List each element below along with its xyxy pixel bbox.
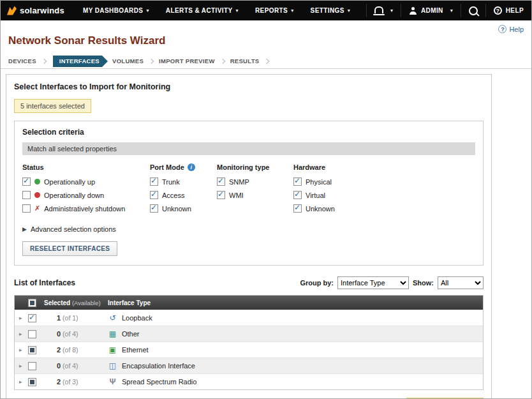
checkbox-virtual[interactable]: Virtual xyxy=(293,191,475,199)
show-select[interactable]: All xyxy=(438,276,484,289)
reselect-interfaces-button[interactable]: RESELECT INTERFACES xyxy=(22,241,117,256)
checkbox-physical[interactable]: Physical xyxy=(293,177,475,186)
step-results[interactable]: RESULTS xyxy=(230,57,260,64)
table-row-spread-spectrum-radio[interactable]: ▸ 2 (of 3) Ψ Spread Spectrum Radio xyxy=(15,373,483,389)
criteria-group-status: Status Operationally up Operationally do… xyxy=(22,163,150,218)
group-by-label: Group by: xyxy=(300,279,334,287)
nav-alerts-activity[interactable]: ALERTS & ACTIVITY ▾ xyxy=(158,1,247,20)
checkbox-operationally-up[interactable]: Operationally up xyxy=(22,177,150,186)
table-row-loopback[interactable]: ▸ 1 (of 1) ↺ Loopback xyxy=(15,310,483,326)
advanced-selection-options-toggle[interactable]: ▶ Advanced selection options xyxy=(22,225,475,233)
option-label: Physical xyxy=(306,178,332,186)
checkbox[interactable] xyxy=(217,191,225,199)
expand-arrow-icon[interactable]: ▸ xyxy=(19,331,24,337)
checkbox-operationally-down[interactable]: Operationally down xyxy=(22,191,150,199)
checkbox[interactable] xyxy=(22,177,31,186)
checkbox-unknown-hardware[interactable]: Unknown xyxy=(293,204,475,213)
row-type-cell: Ψ Spread Spectrum Radio xyxy=(105,377,483,386)
available-column-label: (Available) xyxy=(72,299,101,306)
help-question-icon: ? xyxy=(498,25,506,33)
table-header-row: ▸ Selected (Available) Interface Type xyxy=(15,296,483,310)
step-chevron-icon xyxy=(41,58,47,63)
user-icon xyxy=(409,7,417,15)
row-select-cell: ▸ xyxy=(15,362,44,370)
row-type-cell: ↺ Loopback xyxy=(105,313,483,322)
checkbox[interactable] xyxy=(217,177,225,186)
bell-icon xyxy=(374,6,383,13)
checkbox-wmi[interactable]: WMI xyxy=(217,191,293,199)
row-type-cell: ◫ Encapsulation Interface xyxy=(105,361,483,370)
option-label: WMI xyxy=(229,192,244,199)
checkbox[interactable] xyxy=(22,204,31,213)
expand-arrow-icon: ▶ xyxy=(22,226,27,232)
help-menu[interactable]: ? HELP xyxy=(486,1,531,20)
header-interface-type-cell: Interface Type xyxy=(105,299,483,306)
checkbox[interactable] xyxy=(293,204,302,213)
nav-my-dashboards[interactable]: MY DASHBOARDS ▾ xyxy=(75,1,158,20)
checkbox-administratively-shutdown[interactable]: ✗ Administratively shutdown xyxy=(22,204,150,213)
interface-type-label: Encapsulation Interface xyxy=(122,362,195,370)
spread-spectrum-radio-icon: Ψ xyxy=(108,377,117,386)
available-count: (of 4) xyxy=(63,362,78,370)
list-title: List of Interfaces xyxy=(14,278,75,287)
admin-label: ADMIN xyxy=(421,7,443,14)
expand-arrow-icon[interactable]: ▸ xyxy=(19,347,24,353)
step-devices[interactable]: DEVICES xyxy=(8,57,36,64)
criteria-group-title: Monitoring type xyxy=(217,163,293,171)
status-down-icon xyxy=(34,192,40,198)
group-title-label: Port Mode xyxy=(150,163,184,171)
checkbox-snmp[interactable]: SNMP xyxy=(217,177,293,186)
checkbox[interactable] xyxy=(293,177,302,186)
nav-settings[interactable]: SETTINGS ▾ xyxy=(302,1,359,20)
checkbox-unknown-port-mode[interactable]: Unknown xyxy=(150,204,217,213)
checkbox-trunk[interactable]: Trunk xyxy=(150,177,217,186)
table-row-ethernet[interactable]: ▸ 2 (of 8) ▣ Ethernet xyxy=(15,342,483,358)
checkbox[interactable] xyxy=(150,177,158,186)
step-interfaces-active[interactable]: INTERFACES xyxy=(53,56,102,67)
row-checkbox[interactable] xyxy=(28,314,36,322)
nav-reports[interactable]: REPORTS ▾ xyxy=(247,1,302,20)
selected-column-label: Selected xyxy=(44,299,70,306)
row-checkbox[interactable] xyxy=(28,362,36,370)
step-chevron-icon xyxy=(264,58,269,63)
ethernet-icon: ▣ xyxy=(108,345,117,354)
info-icon[interactable]: i xyxy=(188,163,195,171)
search-button[interactable] xyxy=(461,1,485,20)
row-selected-cell: 2 (of 8) xyxy=(44,346,105,354)
solarwinds-logo-icon xyxy=(7,6,17,15)
option-label: Access xyxy=(162,192,184,199)
brand-name: solarwinds xyxy=(20,6,64,15)
status-up-icon xyxy=(34,179,40,184)
criteria-group-title: Status xyxy=(22,163,150,171)
checkbox[interactable] xyxy=(22,191,31,199)
checkbox[interactable] xyxy=(150,204,158,213)
notifications-menu[interactable]: ▾ xyxy=(367,1,401,20)
checkbox[interactable] xyxy=(293,191,302,199)
table-row-encapsulation[interactable]: ▸ 0 (of 4) ◫ Encapsulation Interface xyxy=(15,358,483,373)
admin-account-menu[interactable]: ADMIN ▾ xyxy=(401,1,461,20)
checkbox-access[interactable]: Access xyxy=(150,191,217,199)
expand-arrow-icon[interactable]: ▸ xyxy=(19,363,24,369)
row-type-cell: ▣ Ethernet xyxy=(105,345,483,354)
step-chevron-icon xyxy=(219,58,225,63)
row-checkbox[interactable] xyxy=(28,330,36,338)
select-all-checkbox[interactable] xyxy=(28,299,36,307)
selected-count-badge: 5 interfaces selected xyxy=(14,99,91,113)
expand-arrow-icon[interactable]: ▸ xyxy=(19,379,24,385)
table-row-other[interactable]: ▸ 0 (of 4) ▦ Other xyxy=(15,326,483,342)
row-checkbox[interactable] xyxy=(28,346,36,354)
interface-type-column-label: Interface Type xyxy=(108,299,151,306)
row-select-cell: ▸ xyxy=(15,346,44,354)
row-checkbox[interactable] xyxy=(28,378,36,386)
row-type-cell: ▦ Other xyxy=(105,329,483,338)
row-select-cell: ▸ xyxy=(15,330,44,338)
page-help-link[interactable]: ? Help xyxy=(498,25,524,33)
checkbox[interactable] xyxy=(150,191,158,199)
step-import-preview[interactable]: IMPORT PREVIEW xyxy=(159,57,215,64)
network-sonar-wizard-page: solarwinds MY DASHBOARDS ▾ ALERTS & ACTI… xyxy=(0,0,532,399)
solarwinds-logo[interactable]: solarwinds xyxy=(1,1,75,20)
step-volumes[interactable]: VOLUMES xyxy=(112,57,144,64)
expand-arrow-icon[interactable]: ▸ xyxy=(19,315,24,321)
group-by-select[interactable]: Interface Type xyxy=(337,276,409,289)
row-selected-cell: 0 (of 4) xyxy=(44,362,105,370)
